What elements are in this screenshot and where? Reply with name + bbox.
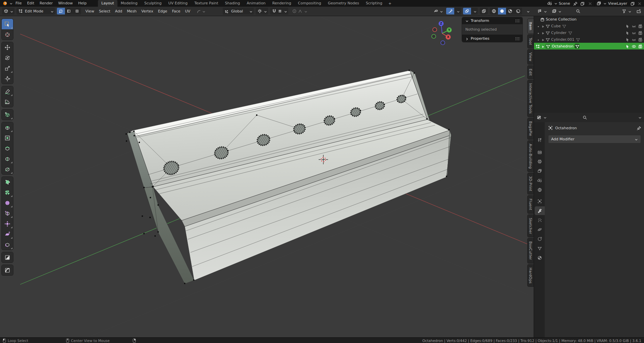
search-icon[interactable] xyxy=(582,115,587,120)
menu-help[interactable]: Help xyxy=(75,0,89,7)
snap-toggle-group[interactable] xyxy=(270,8,288,14)
outliner-object-row[interactable]: Cylinder xyxy=(534,29,644,36)
selectable-icon[interactable] xyxy=(625,44,630,48)
snap-target-dropdown[interactable] xyxy=(256,8,268,14)
tool-transform-button[interactable] xyxy=(2,73,13,84)
select-mode-edge[interactable] xyxy=(65,8,73,14)
tool-annotate-button[interactable] xyxy=(2,86,13,97)
outliner-filter-dropdown[interactable] xyxy=(620,8,633,14)
new-viewlayer-icon[interactable] xyxy=(629,1,636,6)
render-visibility-icon[interactable] xyxy=(638,24,642,28)
tool-fluent-tool-button[interactable] xyxy=(2,265,13,275)
selectable-icon[interactable] xyxy=(625,37,630,42)
expand-caret-icon[interactable] xyxy=(541,38,544,41)
properties-tab-physics[interactable] xyxy=(535,225,545,234)
viewport-canvas[interactable]: ItemToolViewEditInteractive ToolsBagaPie… xyxy=(0,16,534,337)
workspace-tab-modeling[interactable]: Modeling xyxy=(117,0,141,7)
tool-inset-faces-button[interactable] xyxy=(2,133,13,143)
gizmo-negative-axis[interactable] xyxy=(433,28,437,32)
sidebar-tab-bagapie[interactable]: BagaPie xyxy=(527,118,534,139)
tool-knife-button[interactable] xyxy=(2,164,13,174)
expand-caret-icon[interactable] xyxy=(541,44,544,48)
render-visibility-icon[interactable] xyxy=(638,44,642,48)
add-workspace-button[interactable]: + xyxy=(386,1,394,6)
menu-edit[interactable]: Edit xyxy=(24,0,37,7)
workspace-tab-texture-paint[interactable]: Texture Paint xyxy=(191,0,222,7)
xray-toggle[interactable] xyxy=(480,8,488,14)
properties-tab-constraints[interactable] xyxy=(535,235,545,243)
tool-spin-button[interactable] xyxy=(2,187,13,198)
expand-caret-icon[interactable] xyxy=(541,31,544,34)
shading-material-preview[interactable] xyxy=(506,8,514,14)
render-visibility-icon[interactable] xyxy=(638,31,642,35)
properties-panel-header[interactable]: Properties xyxy=(462,35,523,42)
properties-tab-scene[interactable] xyxy=(535,176,545,185)
sidebar-tab-hardops[interactable]: HardOps xyxy=(527,264,534,287)
outliner-object-row[interactable]: Cylinder.001 xyxy=(534,36,644,43)
tool-smooth-button[interactable] xyxy=(2,198,13,208)
menu-window[interactable]: Window xyxy=(56,0,75,7)
workspace-tab-compositing[interactable]: Compositing xyxy=(295,0,325,7)
new-scene-icon[interactable] xyxy=(579,1,586,6)
tool-rip-region-button[interactable] xyxy=(2,239,13,250)
outliner-collection-row[interactable]: Scene Collection xyxy=(534,16,644,23)
panel-grip[interactable] xyxy=(515,37,520,40)
properties-tab-world[interactable] xyxy=(535,185,545,194)
panel-grip[interactable] xyxy=(515,19,520,23)
select-mode-face[interactable] xyxy=(73,8,81,14)
close-icon[interactable] xyxy=(586,1,594,5)
menu-file[interactable]: File xyxy=(13,0,24,7)
properties-tab-tool[interactable] xyxy=(535,136,545,144)
sidebar-tab-item[interactable]: Item xyxy=(527,19,534,34)
tool-shrink-fatten-button[interactable] xyxy=(2,218,13,229)
sidebar-tab-interactive-tools[interactable]: Interactive Tools xyxy=(527,80,534,117)
shading-wireframe[interactable] xyxy=(490,8,498,14)
outliner-object-row[interactable]: Octahedron xyxy=(534,43,644,49)
tool-select-box-button[interactable] xyxy=(2,19,13,29)
selectable-icon[interactable] xyxy=(625,24,630,28)
workspace-tab-animation[interactable]: Animation xyxy=(243,0,269,7)
shading-rendered[interactable] xyxy=(514,8,522,14)
workspace-tab-shading[interactable]: Shading xyxy=(222,0,244,7)
overlays-toggle[interactable] xyxy=(463,8,471,14)
hide-viewport-icon[interactable] xyxy=(632,37,636,42)
new-collection-button[interactable] xyxy=(635,8,643,14)
options-chevron-icon[interactable] xyxy=(638,115,642,119)
tool-add-cube-button[interactable] xyxy=(2,109,13,120)
outliner-display-mode[interactable] xyxy=(550,8,563,14)
properties-tab-view-layer[interactable] xyxy=(535,167,545,175)
gizmo-negative-axis[interactable] xyxy=(441,41,445,45)
overlays-dropdown[interactable] xyxy=(471,8,478,14)
tool-loop-cut-button[interactable] xyxy=(2,153,13,164)
scene-selector[interactable]: Scene xyxy=(546,0,572,7)
workspace-tab-scripting[interactable]: Scripting xyxy=(362,0,386,7)
properties-tab-output[interactable] xyxy=(535,157,545,166)
tool-extrude-region-button[interactable] xyxy=(2,122,13,133)
viewport-menu-add[interactable]: Add xyxy=(113,8,124,14)
tool-move-button[interactable] xyxy=(2,42,13,53)
blender-logo-icon[interactable] xyxy=(3,1,7,6)
tool-measure-button[interactable] xyxy=(2,97,13,107)
expand-caret-icon[interactable] xyxy=(541,24,544,28)
outliner-object-row[interactable]: Cube xyxy=(534,23,644,29)
sidebar-tab-fluent[interactable]: Fluent xyxy=(527,195,534,214)
viewport-menu-view[interactable]: View xyxy=(83,8,97,14)
outliner-search-button[interactable] xyxy=(574,8,582,14)
properties-tab-particles[interactable] xyxy=(535,216,545,225)
sidebar-tab-sketcher[interactable]: Sketcher xyxy=(527,214,534,238)
sidebar-tab-edit[interactable]: Edit xyxy=(527,65,534,79)
navigation-gizmo[interactable]: ZYX xyxy=(427,18,458,49)
viewport-menu-mesh[interactable]: Mesh xyxy=(124,8,139,14)
workspace-tab-sculpting[interactable]: Sculpting xyxy=(141,0,165,7)
tool-shear-button[interactable] xyxy=(2,229,13,239)
workspace-tab-rendering[interactable]: Rendering xyxy=(269,0,294,7)
sidebar-tab-tool[interactable]: Tool xyxy=(527,34,534,48)
sidebar-tab-boxcutter[interactable]: BoxCutter xyxy=(527,238,534,263)
gizmo-negative-axis[interactable] xyxy=(432,34,436,38)
chevron-down-icon[interactable] xyxy=(543,115,547,119)
tool-poly-build-button[interactable] xyxy=(2,177,13,187)
tool-scale-button[interactable] xyxy=(2,63,13,73)
outliner-editor-type-button[interactable] xyxy=(536,8,548,14)
hide-viewport-icon[interactable] xyxy=(632,24,636,28)
viewlayer-selector[interactable]: ViewLayer xyxy=(595,0,629,7)
